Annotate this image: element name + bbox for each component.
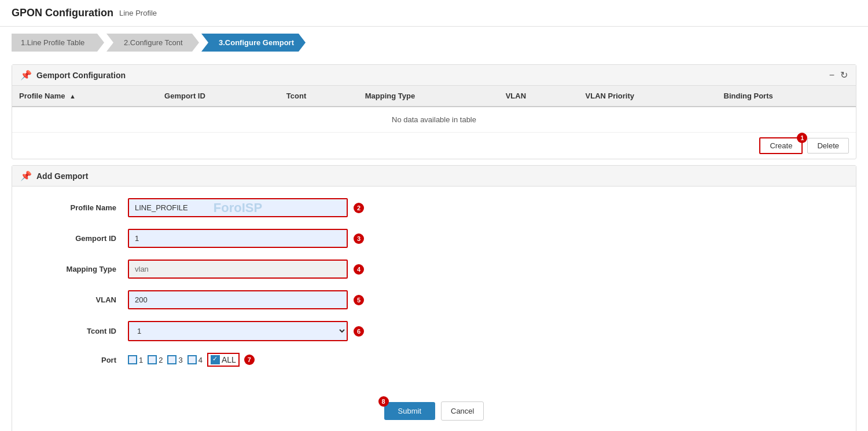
port-1-label: 1 <box>139 356 143 364</box>
port-3-label: 3 <box>178 356 182 364</box>
profile-name-input[interactable] <box>128 198 348 217</box>
add-gemport-panel: 📌 Add Gemport Profile Name ForoISP 2 Gem… <box>12 165 856 431</box>
col-mapping-type[interactable]: Mapping Type <box>358 86 499 107</box>
gemport-id-field: 3 <box>128 229 348 248</box>
port-item-1: 1 <box>128 355 143 364</box>
col-binding-ports[interactable]: Binding Ports <box>717 86 856 107</box>
cancel-button-label: Cancel <box>451 407 474 415</box>
wizard-step-2[interactable]: 2.Configure Tcont <box>106 34 199 52</box>
minimize-icon[interactable]: − <box>829 70 834 81</box>
gemport-id-row: Gemport ID 3 <box>35 229 833 248</box>
port-3-checkbox[interactable] <box>167 355 176 364</box>
pin-icon: 📌 <box>20 70 32 81</box>
add-gemport-header: 📌 Add Gemport <box>12 166 856 187</box>
vlan-badge: 5 <box>354 295 364 305</box>
port-all-label: ALL <box>222 355 236 364</box>
page-subtitle: Line Profile <box>119 9 157 17</box>
port-field: 1 2 3 4 <box>128 353 833 367</box>
port-2-checkbox[interactable] <box>148 355 157 364</box>
gemport-id-label: Gemport ID <box>35 234 128 243</box>
mapping-type-field: 4 <box>128 260 348 279</box>
col-gemport-id-label: Gemport ID <box>164 92 205 100</box>
gemport-table: Profile Name Gemport ID Tcont Mapping Ty… <box>12 86 856 133</box>
mapping-type-label: Mapping Type <box>35 265 128 273</box>
col-mapping-type-label: Mapping Type <box>365 92 415 100</box>
vlan-input[interactable] <box>128 290 348 309</box>
gemport-config-panel: 📌 Gemport Configuration − ↻ Profile Name… <box>12 64 856 159</box>
submit-button-label: Submit <box>398 407 421 415</box>
col-tcont[interactable]: Tcont <box>279 86 358 107</box>
col-profile-name[interactable]: Profile Name <box>12 86 157 107</box>
port-2-label: 2 <box>159 356 163 364</box>
no-data-row: No data available in table <box>12 107 856 133</box>
tcont-id-label: Tcont ID <box>35 327 128 335</box>
vlan-row: VLAN 5 <box>35 290 833 309</box>
panel-controls[interactable]: − ↻ <box>829 70 848 81</box>
gemport-config-title-area: 📌 Gemport Configuration <box>20 70 126 81</box>
col-vlan[interactable]: VLAN <box>499 86 579 107</box>
profile-name-row: Profile Name ForoISP 2 <box>35 198 833 217</box>
tcont-id-row: Tcont ID 1 2 3 4 6 <box>35 321 833 341</box>
refresh-icon[interactable]: ↻ <box>840 70 848 81</box>
port-item-2: 2 <box>148 355 163 364</box>
sort-profile-name-icon <box>69 93 76 100</box>
col-gemport-id[interactable]: Gemport ID <box>157 86 279 107</box>
col-vlan-label: VLAN <box>506 92 526 100</box>
profile-name-label: Profile Name <box>35 203 128 212</box>
port-4-checkbox[interactable] <box>187 355 197 364</box>
port-4-label: 4 <box>198 356 203 364</box>
col-profile-name-label: Profile Name <box>19 92 65 100</box>
tcont-id-badge: 6 <box>354 326 364 337</box>
page-header: GPON Configuration Line Profile <box>0 0 868 27</box>
submit-button[interactable]: 8 Submit <box>384 402 435 420</box>
delete-button[interactable]: Delete <box>807 138 849 154</box>
wizard-step-3[interactable]: 3.Configure Gemport <box>201 34 306 52</box>
gemport-id-input[interactable] <box>128 229 348 248</box>
profile-name-field: ForoISP 2 <box>128 198 348 217</box>
wizard-step-1[interactable]: 1.Line Profile Table <box>12 34 104 52</box>
profile-name-input-wrapper: ForoISP <box>128 198 348 217</box>
col-tcont-label: Tcont <box>286 92 306 100</box>
tcont-id-select[interactable]: 1 2 3 4 <box>128 321 348 341</box>
port-item-3: 3 <box>167 355 182 364</box>
col-binding-ports-label: Binding Ports <box>724 92 773 100</box>
delete-button-label: Delete <box>817 141 839 150</box>
create-button-label: Create <box>770 141 792 150</box>
page-title: GPON Configuration <box>12 7 113 19</box>
vlan-field: 5 <box>128 290 348 309</box>
port-all-wrapper: ALL <box>207 353 240 367</box>
gemport-config-header: 📌 Gemport Configuration − ↻ <box>12 65 856 86</box>
port-all-checkbox[interactable] <box>211 355 220 364</box>
table-actions: Create 1 Delete <box>12 133 856 159</box>
mapping-type-badge: 4 <box>354 264 364 275</box>
tcont-id-field: 1 2 3 4 6 <box>128 321 348 341</box>
mapping-type-input[interactable] <box>128 260 348 279</box>
port-label: Port <box>35 356 128 364</box>
add-gemport-title: Add Gemport <box>36 171 88 181</box>
port-row: Port 1 2 3 <box>35 353 833 367</box>
port-group: 1 2 3 4 <box>128 353 240 367</box>
port-badge: 7 <box>244 355 255 365</box>
gemport-table-wrapper: Profile Name Gemport ID Tcont Mapping Ty… <box>12 86 856 133</box>
profile-name-badge: 2 <box>354 203 364 213</box>
col-vlan-priority-label: VLAN Priority <box>586 92 635 100</box>
wizard-steps: 1.Line Profile Table 2.Configure Tcont 3… <box>0 27 868 59</box>
submit-badge: 8 <box>378 396 389 407</box>
port-1-checkbox[interactable] <box>128 355 137 364</box>
create-button[interactable]: Create 1 <box>759 137 803 154</box>
add-gemport-form: Profile Name ForoISP 2 Gemport ID 3 Mapp… <box>12 187 856 390</box>
gemport-id-badge: 3 <box>354 233 364 244</box>
port-badge-wrapper: 1 2 3 4 <box>128 353 833 367</box>
no-data-message: No data available in table <box>12 107 856 133</box>
port-item-4: 4 <box>187 355 203 364</box>
form-actions: 8 Submit Cancel <box>12 390 856 431</box>
col-vlan-priority[interactable]: VLAN Priority <box>579 86 717 107</box>
create-badge: 1 <box>797 133 807 143</box>
gemport-config-title: Gemport Configuration <box>36 71 126 80</box>
cancel-button[interactable]: Cancel <box>441 401 484 421</box>
add-gemport-pin-icon: 📌 <box>20 170 32 181</box>
mapping-type-row: Mapping Type 4 <box>35 260 833 279</box>
vlan-label: VLAN <box>35 295 128 304</box>
